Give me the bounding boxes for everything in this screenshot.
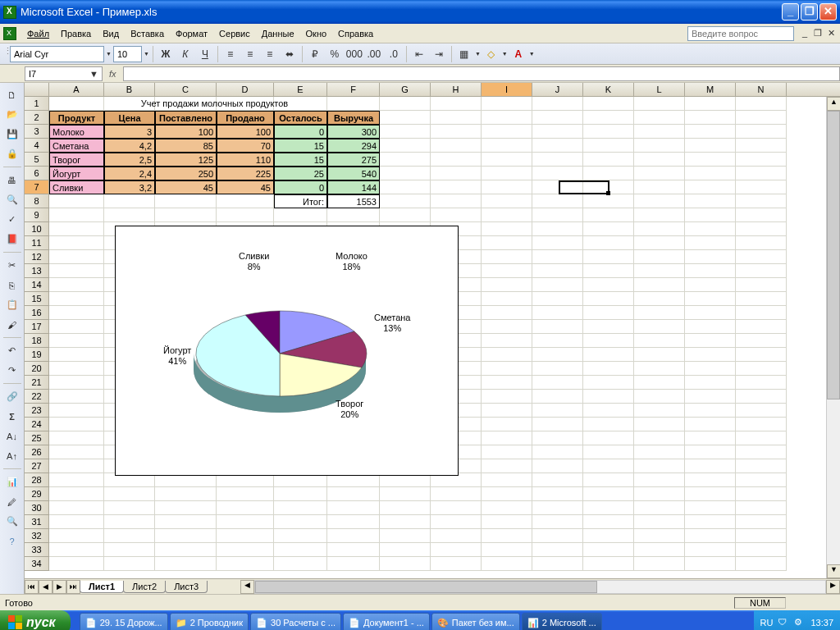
- cell[interactable]: [155, 194, 217, 208]
- help-question-input[interactable]: [687, 26, 794, 41]
- cell[interactable]: [49, 418, 104, 431]
- cell[interactable]: [583, 208, 634, 222]
- cell[interactable]: Йогурт: [49, 167, 104, 180]
- cell[interactable]: [736, 236, 787, 250]
- cell[interactable]: [482, 431, 532, 445]
- cell[interactable]: [583, 236, 634, 250]
- cell[interactable]: [583, 501, 634, 515]
- row-header[interactable]: 29: [25, 487, 49, 501]
- cell[interactable]: [583, 292, 634, 306]
- cell[interactable]: [532, 236, 583, 250]
- cell[interactable]: [736, 557, 787, 571]
- cell[interactable]: [634, 459, 685, 473]
- cell[interactable]: [380, 543, 431, 557]
- formula-input[interactable]: [123, 66, 840, 81]
- cell[interactable]: [431, 167, 482, 180]
- mdi-minimize-button[interactable]: _: [799, 28, 810, 39]
- cell[interactable]: [431, 501, 482, 515]
- row-header[interactable]: 18: [25, 334, 49, 348]
- cell[interactable]: [532, 320, 583, 334]
- language-indicator[interactable]: RU: [760, 618, 774, 628]
- cell[interactable]: [482, 473, 532, 487]
- taskbar-item[interactable]: 🎨 Пакет без им...: [431, 613, 520, 630]
- cell[interactable]: [583, 180, 634, 194]
- scroll-down-button[interactable]: ▼: [827, 564, 840, 578]
- cell[interactable]: [104, 487, 155, 501]
- cell[interactable]: [482, 264, 532, 278]
- align-center-button[interactable]: ≡: [241, 45, 259, 63]
- sort-asc-button[interactable]: A↓: [3, 427, 21, 445]
- cell[interactable]: [49, 348, 104, 362]
- cell[interactable]: [482, 250, 532, 264]
- embedded-chart[interactable]: Сливки8% Молоко18% Сметана13% Творог20% …: [115, 226, 459, 476]
- cell[interactable]: [49, 264, 104, 278]
- cell[interactable]: [736, 431, 787, 445]
- cell[interactable]: 0: [274, 180, 327, 194]
- cell[interactable]: [217, 208, 274, 222]
- undo-button[interactable]: ↶: [3, 342, 21, 359]
- decrease-decimal-button[interactable]: .0: [385, 45, 403, 63]
- cell[interactable]: [685, 529, 736, 543]
- cell[interactable]: [327, 208, 380, 222]
- cell[interactable]: [274, 515, 327, 529]
- cell[interactable]: [49, 194, 104, 208]
- cell[interactable]: [736, 515, 787, 529]
- cell[interactable]: [482, 320, 532, 334]
- cell[interactable]: Сметана: [49, 139, 104, 153]
- cell[interactable]: [482, 306, 532, 320]
- cell[interactable]: [155, 501, 217, 515]
- cell[interactable]: [380, 208, 431, 222]
- cell[interactable]: [736, 334, 787, 348]
- cell[interactable]: [583, 222, 634, 236]
- cell[interactable]: [634, 543, 685, 557]
- cell[interactable]: [482, 167, 532, 180]
- cell[interactable]: [49, 543, 104, 557]
- cell[interactable]: [634, 97, 685, 111]
- taskbar-item[interactable]: 📄 30 Расчеты с ...: [250, 613, 341, 630]
- cell[interactable]: [685, 515, 736, 529]
- cut-button[interactable]: ✂: [3, 257, 21, 274]
- cell[interactable]: [49, 557, 104, 571]
- cell[interactable]: [104, 557, 155, 571]
- increase-decimal-button[interactable]: .00: [365, 45, 383, 63]
- cell[interactable]: [155, 529, 217, 543]
- cell[interactable]: [431, 487, 482, 501]
- row-header[interactable]: 22: [25, 390, 49, 404]
- cell[interactable]: [583, 334, 634, 348]
- cell[interactable]: [736, 125, 787, 139]
- decrease-indent-button[interactable]: ⇤: [410, 45, 428, 63]
- borders-button[interactable]: ▦: [455, 45, 473, 63]
- cell[interactable]: [431, 515, 482, 529]
- cell[interactable]: [274, 487, 327, 501]
- cell[interactable]: [482, 180, 532, 194]
- save-button[interactable]: 💾: [3, 126, 21, 143]
- mdi-restore-button[interactable]: ❐: [812, 28, 824, 39]
- cell[interactable]: [736, 445, 787, 459]
- cell[interactable]: [532, 543, 583, 557]
- cell[interactable]: [49, 445, 104, 459]
- sheet-tab[interactable]: Лист3: [165, 581, 208, 593]
- tab-last-button[interactable]: ⏭: [66, 580, 80, 594]
- cell[interactable]: [736, 487, 787, 501]
- cell[interactable]: [532, 208, 583, 222]
- cell[interactable]: [482, 445, 532, 459]
- cell[interactable]: [685, 557, 736, 571]
- row-header[interactable]: 24: [25, 418, 49, 431]
- cell[interactable]: 225: [217, 167, 274, 180]
- cell[interactable]: [736, 139, 787, 153]
- cell[interactable]: [482, 487, 532, 501]
- cell[interactable]: [532, 250, 583, 264]
- minimize-button[interactable]: _: [782, 3, 799, 21]
- cell[interactable]: [634, 362, 685, 376]
- cell[interactable]: [685, 404, 736, 418]
- menu-data[interactable]: Данные: [256, 26, 300, 41]
- cell[interactable]: [327, 501, 380, 515]
- cell[interactable]: [380, 125, 431, 139]
- name-box[interactable]: I7▼: [25, 66, 103, 81]
- cell[interactable]: [583, 529, 634, 543]
- row-header[interactable]: 25: [25, 431, 49, 445]
- cell[interactable]: [532, 139, 583, 153]
- cell[interactable]: Продукт: [49, 111, 104, 125]
- research-button[interactable]: 📕: [3, 231, 21, 248]
- cell[interactable]: [431, 194, 482, 208]
